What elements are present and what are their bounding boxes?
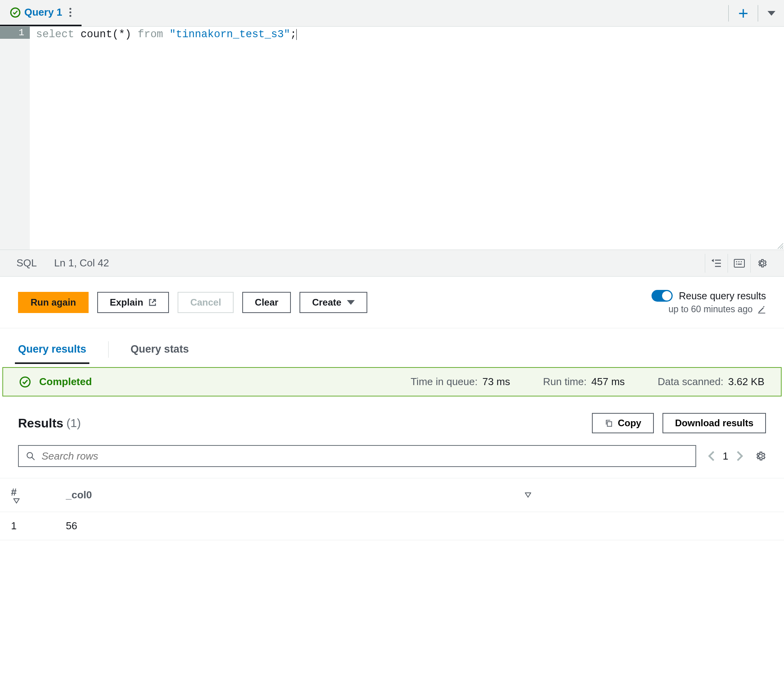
run-again-button[interactable]: Run again bbox=[18, 292, 89, 313]
result-tabs: Query results Query stats bbox=[0, 328, 784, 363]
external-link-icon bbox=[149, 299, 156, 306]
format-query-icon[interactable] bbox=[705, 254, 728, 273]
sql-editor[interactable]: 1 select count(*) from "tinnakorn_test_s… bbox=[0, 27, 784, 250]
tab-bar: Query 1 + bbox=[0, 0, 784, 27]
editor-status-bar: SQL Ln 1, Col 42 bbox=[0, 250, 784, 277]
status-success-icon bbox=[20, 376, 31, 387]
svg-point-10 bbox=[736, 263, 737, 264]
tab-query-results[interactable]: Query results bbox=[18, 335, 86, 363]
column-header-index[interactable]: # bbox=[0, 478, 55, 512]
tab-query-stats[interactable]: Query stats bbox=[131, 335, 189, 363]
status-text: Completed bbox=[39, 376, 92, 388]
caret-down-icon bbox=[347, 300, 355, 305]
svg-line-2 bbox=[782, 248, 783, 249]
results-title: Results bbox=[18, 416, 64, 431]
search-rows-box[interactable] bbox=[18, 445, 696, 467]
prev-page-icon[interactable] bbox=[708, 451, 715, 462]
search-row: 1 bbox=[0, 441, 784, 471]
search-icon bbox=[26, 451, 35, 461]
query-status-success-icon bbox=[10, 7, 20, 18]
results-header: Results (1) Copy Download results bbox=[0, 396, 784, 441]
cursor-position: Ln 1, Col 42 bbox=[54, 257, 109, 269]
editor-language: SQL bbox=[16, 257, 37, 269]
tab-menu-kebab-icon[interactable] bbox=[66, 5, 74, 19]
line-number: 1 bbox=[0, 27, 30, 39]
keyboard-shortcuts-icon[interactable] bbox=[728, 254, 750, 273]
explain-button[interactable]: Explain bbox=[97, 292, 169, 313]
data-scanned-label: Data scanned: bbox=[658, 376, 724, 388]
create-button[interactable]: Create bbox=[299, 292, 367, 313]
svg-point-15 bbox=[27, 453, 33, 458]
run-time-value: 457 ms bbox=[592, 376, 625, 388]
data-scanned-value: 3.62 KB bbox=[728, 376, 764, 388]
tab-list-dropdown[interactable] bbox=[759, 0, 784, 26]
table-row[interactable]: 1 56 bbox=[0, 512, 784, 540]
svg-rect-6 bbox=[734, 259, 744, 267]
results-settings-gear-icon[interactable] bbox=[755, 451, 766, 462]
reuse-results-toggle[interactable] bbox=[652, 290, 673, 302]
queue-time-label: Time in queue: bbox=[410, 376, 477, 388]
queue-time-value: 73 ms bbox=[482, 376, 510, 388]
cancel-button: Cancel bbox=[178, 292, 234, 313]
query-status-banner: Completed Time in queue: 73 ms Run time:… bbox=[2, 367, 782, 396]
svg-rect-14 bbox=[607, 422, 612, 426]
svg-line-16 bbox=[32, 457, 34, 460]
new-tab-button[interactable]: + bbox=[730, 0, 757, 26]
clear-button[interactable]: Clear bbox=[242, 292, 291, 313]
search-rows-input[interactable] bbox=[42, 450, 688, 462]
svg-line-0 bbox=[778, 243, 783, 249]
reuse-results-control: Reuse query results up to 60 minutes ago bbox=[652, 290, 766, 315]
svg-point-7 bbox=[736, 261, 737, 262]
create-label: Create bbox=[312, 297, 341, 308]
results-pager: 1 bbox=[708, 450, 743, 462]
editor-settings-gear-icon[interactable] bbox=[750, 254, 773, 273]
query-tab-1[interactable]: Query 1 bbox=[0, 0, 82, 26]
explain-label: Explain bbox=[110, 297, 143, 308]
action-toolbar: Run again Explain Cancel Clear Create Re… bbox=[0, 277, 784, 328]
cell-col0: 56 bbox=[55, 512, 514, 540]
column-header-actions[interactable] bbox=[514, 478, 784, 512]
cell-index: 1 bbox=[0, 512, 55, 540]
editor-code[interactable]: select count(*) from "tinnakorn_test_s3"… bbox=[30, 27, 784, 250]
edit-pencil-icon[interactable] bbox=[757, 305, 766, 314]
caret-down-icon bbox=[768, 11, 775, 16]
svg-point-8 bbox=[738, 261, 739, 262]
query-tab-label: Query 1 bbox=[24, 6, 62, 18]
page-number: 1 bbox=[723, 450, 728, 462]
run-time-label: Run time: bbox=[543, 376, 586, 388]
copy-button[interactable]: Copy bbox=[592, 413, 654, 433]
column-header-col0[interactable]: _col0 bbox=[55, 478, 514, 512]
copy-label: Copy bbox=[618, 418, 641, 429]
editor-gutter: 1 bbox=[0, 27, 30, 250]
download-results-button[interactable]: Download results bbox=[662, 413, 766, 433]
svg-point-9 bbox=[740, 261, 742, 262]
copy-icon bbox=[604, 419, 613, 427]
results-table: # _col0 1 56 bbox=[0, 478, 784, 540]
svg-rect-12 bbox=[738, 264, 741, 265]
reuse-results-label: Reuse query results bbox=[679, 290, 766, 302]
reuse-results-sublabel: up to 60 minutes ago bbox=[668, 304, 753, 315]
next-page-icon[interactable] bbox=[736, 451, 743, 462]
resize-handle-icon[interactable] bbox=[776, 242, 783, 249]
results-count: (1) bbox=[67, 416, 81, 430]
